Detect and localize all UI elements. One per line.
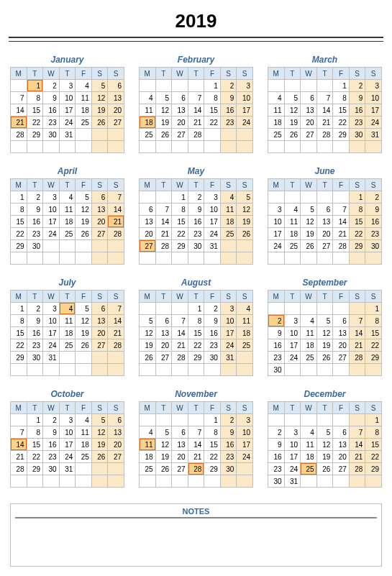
day-cell: 26	[91, 451, 108, 463]
day-cell: 29	[204, 463, 221, 475]
day-cell: 22	[172, 228, 188, 240]
day-cell: 27	[333, 352, 350, 364]
day-cell: 11	[284, 216, 301, 228]
day-header: F	[333, 291, 350, 303]
day-cell: 18	[237, 327, 253, 339]
day-cell: 14	[349, 439, 365, 451]
day-header: M	[140, 179, 156, 191]
day-cell: 21	[316, 116, 333, 129]
day-cell: 30	[268, 364, 285, 376]
day-cell: 13	[108, 426, 124, 439]
day-cell: 27	[108, 116, 124, 129]
day-cell: 20	[91, 327, 108, 339]
day-cell	[59, 475, 76, 488]
day-cell	[284, 303, 301, 315]
day-cell	[268, 141, 285, 153]
month-name: May	[139, 166, 253, 176]
day-cell	[349, 475, 365, 488]
day-cell: 10	[268, 216, 285, 228]
day-cell: 29	[365, 352, 382, 364]
day-header: T	[316, 179, 333, 191]
day-cell: 26	[284, 129, 301, 141]
day-header: T	[188, 402, 204, 414]
day-header: T	[27, 291, 43, 303]
day-cell: 12	[316, 327, 333, 339]
day-cell: 2	[27, 303, 43, 315]
day-cell: 17	[237, 439, 253, 451]
day-cell	[108, 364, 124, 376]
calendar-table: MTWTFSS123456789101112131415161718192021…	[268, 290, 382, 376]
day-cell: 24	[204, 228, 221, 240]
day-cell	[333, 364, 350, 376]
day-cell	[91, 252, 108, 265]
day-cell	[155, 364, 172, 376]
day-cell	[365, 475, 382, 488]
day-cell: 13	[301, 104, 317, 116]
day-cell: 4	[220, 191, 237, 204]
day-cell: 11	[268, 104, 285, 116]
months-grid: JanuaryMTWTFSS12345678910111213141516171…	[7, 55, 385, 488]
month-july: JulyMTWTFSS12345678910111213141516171819…	[10, 278, 124, 376]
day-cell: 19	[155, 451, 172, 463]
day-cell: 23	[43, 116, 60, 129]
day-cell: 9	[188, 204, 204, 216]
calendar-table: MTWTFSS123456789101112131415161718192021…	[139, 290, 253, 376]
month-name: March	[268, 55, 382, 65]
day-header: F	[333, 68, 350, 80]
day-cell: 10	[59, 92, 76, 104]
day-cell	[237, 240, 253, 252]
calendar-table: MTWTFSS123456789101112131415161718192021…	[10, 178, 124, 265]
day-cell: 23	[349, 116, 365, 129]
day-header: W	[172, 291, 188, 303]
day-cell	[188, 364, 204, 376]
day-cell: 30	[349, 129, 365, 141]
day-header: T	[27, 179, 43, 191]
day-cell: 25	[220, 228, 237, 240]
day-cell	[349, 252, 365, 265]
day-cell: 16	[220, 439, 237, 451]
month-september: SeptemberMTWTFSS123456789101112131415161…	[268, 278, 382, 376]
day-cell: 22	[11, 228, 27, 240]
month-name: April	[10, 166, 124, 176]
day-header: S	[108, 291, 124, 303]
day-header: S	[220, 291, 237, 303]
day-cell: 20	[108, 439, 124, 451]
day-cell	[76, 240, 92, 252]
day-cell: 5	[316, 315, 333, 327]
day-header: S	[349, 179, 365, 191]
day-cell: 10	[204, 204, 221, 216]
day-header: W	[43, 179, 60, 191]
day-cell: 29	[27, 463, 43, 475]
day-cell: 9	[349, 92, 365, 104]
month-april: AprilMTWTFSS1234567891011121314151617181…	[10, 166, 124, 265]
day-cell: 7	[333, 204, 350, 216]
month-december: DecemberMTWTFSS1234567891011121314151617…	[268, 389, 382, 488]
day-cell: 13	[316, 216, 333, 228]
day-cell: 24	[284, 463, 301, 475]
day-cell: 1	[204, 414, 221, 426]
day-cell: 9	[220, 92, 237, 104]
day-cell: 14	[188, 439, 204, 451]
day-cell: 12	[140, 327, 156, 339]
day-cell: 29	[27, 129, 43, 141]
day-cell: 2	[220, 414, 237, 426]
day-header: M	[11, 179, 27, 191]
day-cell: 24	[59, 451, 76, 463]
day-cell	[59, 141, 76, 153]
month-august: AugustMTWTFSS123456789101112131415161718…	[139, 278, 253, 376]
day-header: M	[140, 402, 156, 414]
day-cell: 26	[76, 228, 92, 240]
day-cell: 22	[188, 339, 204, 352]
day-cell	[220, 252, 237, 265]
day-cell: 18	[59, 216, 76, 228]
day-cell: 6	[140, 204, 156, 216]
day-cell	[27, 475, 43, 488]
calendar-table: MTWTFSS123456789101112131415161718192021…	[10, 67, 124, 153]
day-cell: 23	[204, 339, 221, 352]
day-cell	[316, 141, 333, 153]
day-cell: 27	[91, 228, 108, 240]
day-cell: 17	[268, 228, 285, 240]
day-cell	[268, 414, 285, 426]
day-cell: 6	[155, 315, 172, 327]
month-february: FebruaryMTWTFSS1234567891011121314151617…	[139, 55, 253, 153]
